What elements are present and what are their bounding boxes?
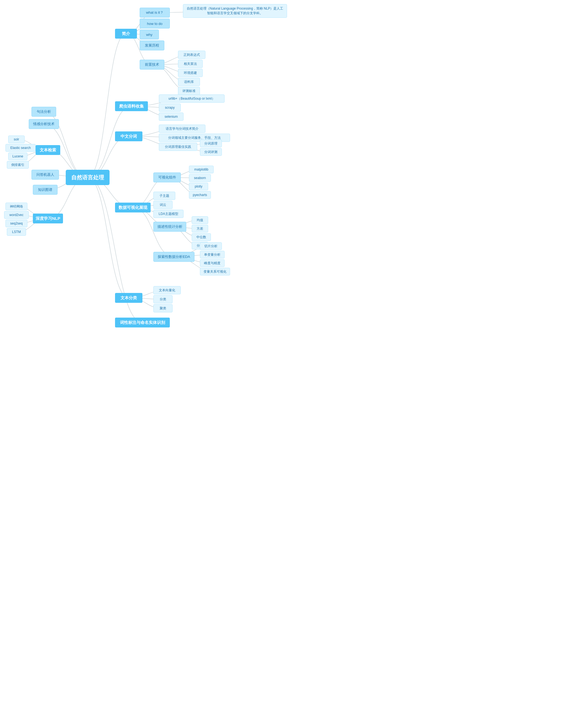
danbianliang[interactable]: 单变量分析: [200, 251, 225, 258]
lda[interactable]: LDA主题模型: [153, 210, 183, 218]
fenciyuanli[interactable]: 分词原理最佳实践: [159, 142, 197, 151]
center-node[interactable]: 自然语言处理: [66, 170, 109, 185]
shuju[interactable]: 数据可视化展现: [115, 203, 151, 212]
what[interactable]: what is it？: [140, 8, 170, 18]
fenduyijingdu[interactable]: 峰度与精度: [200, 259, 225, 267]
tansuoxing[interactable]: 探索性数据分析EDA: [153, 252, 195, 262]
paichong[interactable]: 爬虫语料收集: [115, 101, 148, 111]
fenciyuanli2[interactable]: 分词原理: [200, 140, 222, 147]
plotly[interactable]: plotly: [189, 183, 208, 190]
zhishi[interactable]: 知识图谱: [33, 185, 57, 195]
mind-map: 自然语言处理简介what is it？how to dowhy发展历程前置技术正…: [0, 0, 292, 364]
elastic[interactable]: Elastic search: [5, 144, 35, 152]
scrapy[interactable]: scrapy: [159, 103, 181, 112]
xiangguan[interactable]: 相关算法: [178, 60, 203, 68]
wenda[interactable]: 问答机器人: [31, 170, 59, 180]
what_desc[interactable]: 自然语言处理（Natural Language Processing，简称 NL…: [183, 4, 287, 18]
matplotlib[interactable]: matplotlib: [189, 166, 213, 173]
miaoshu[interactable]: 描述性统计分析: [153, 222, 186, 232]
fenlei[interactable]: 分类: [153, 295, 173, 303]
cixing[interactable]: 词性标注与命名实体识别: [115, 318, 170, 328]
seq2seq[interactable]: seq2seq: [5, 219, 27, 227]
huanjing[interactable]: 环境搭建: [178, 69, 203, 77]
bianliang[interactable]: 变量关系可视化: [200, 268, 230, 276]
zhengze[interactable]: 正则表达式: [178, 51, 205, 59]
solr[interactable]: solr: [8, 135, 25, 143]
fangcha[interactable]: 方差: [192, 225, 208, 232]
julei[interactable]: 聚类: [153, 304, 173, 312]
wenben[interactable]: 文本分类: [115, 293, 143, 303]
pyecharts[interactable]: pyecharts: [189, 191, 211, 199]
fazhan[interactable]: 发展历程: [140, 41, 164, 50]
why[interactable]: why: [140, 30, 159, 40]
lstm[interactable]: LSTM: [7, 228, 26, 236]
qinggan[interactable]: 情感分析技术: [29, 119, 59, 129]
fencipinggu[interactable]: 分词评测: [200, 148, 222, 156]
junzhi[interactable]: 均值: [192, 216, 208, 224]
word2vec[interactable]: word2vec: [4, 211, 29, 219]
shenduxuexi[interactable]: 深度学习NLP: [33, 213, 63, 224]
keshihua[interactable]: 可视化组件: [153, 173, 181, 182]
zhuti[interactable]: 子主题: [153, 192, 175, 200]
seaborn[interactable]: seaborn: [189, 174, 211, 182]
wenbenjiansuo[interactable]: 文本检索: [35, 145, 60, 155]
zhongwen[interactable]: 中文分词: [115, 131, 143, 141]
xiangliang[interactable]: 文本向量化: [153, 286, 181, 294]
jianjiе[interactable]: 简介: [115, 29, 137, 38]
yuliaoku[interactable]: 语料库: [178, 78, 200, 86]
selenium[interactable]: selenium: [159, 112, 183, 121]
shenjingwangluo[interactable]: 神经网络: [5, 203, 27, 210]
jufa[interactable]: 句法分析: [31, 107, 56, 116]
yuyan[interactable]: 语言学与分词技术简介: [159, 125, 205, 133]
daolisuo[interactable]: 倒排索引: [7, 161, 29, 168]
howto[interactable]: how to do: [140, 19, 170, 28]
zhongweishu[interactable]: 中位数: [192, 233, 211, 241]
lucene[interactable]: Lucene: [8, 153, 27, 160]
qiepian[interactable]: 切片分析: [200, 242, 222, 250]
urllib[interactable]: urllib+（BeautifulSoup or lxml）: [159, 95, 225, 103]
qianzhi[interactable]: 前置技术: [140, 60, 164, 70]
connections-svg: [0, 0, 292, 364]
ciyun[interactable]: 词云: [153, 201, 173, 209]
pinggu[interactable]: 评测标准: [178, 87, 200, 95]
